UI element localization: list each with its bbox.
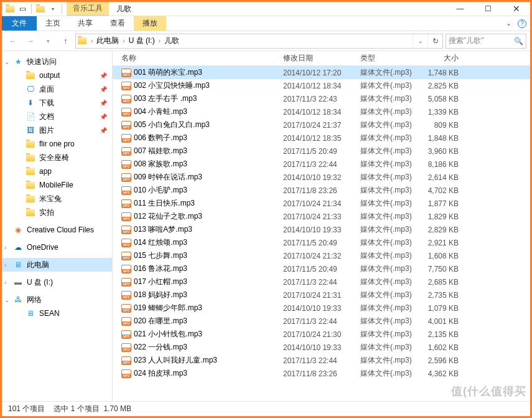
column-date[interactable]: 修改日期 [279,53,357,64]
address-dropdown-icon[interactable]: ⌄ [413,34,427,48]
file-row[interactable]: 020 在哪里.mp32017/11/3 22:44媒体文件(.mp3)4,00… [113,315,530,328]
file-row[interactable]: 005 小白兔白又白.mp32017/10/24 21:37媒体文件(.mp3)… [113,118,530,131]
file-row[interactable]: 001 萌萌的米宝.mp32014/10/12 17:20媒体文件(.mp3)1… [113,66,530,79]
qat-properties-icon[interactable]: ▭ [17,3,28,14]
nav-forward-button[interactable]: → [23,34,38,49]
file-row[interactable]: 015 七步舞.mp32017/10/24 21:32媒体文件(.mp3)1,6… [113,249,530,262]
sidebar-item[interactable]: output📌 [2,69,112,82]
close-button[interactable]: ✕ [502,2,530,16]
file-row[interactable]: 019 鲫鲫少年郎.mp32014/10/10 19:33媒体文件(.mp3)1… [113,302,530,315]
maximize-button[interactable]: ☐ [474,2,502,16]
nav-up-button[interactable]: ↑ [58,34,73,49]
column-size[interactable]: 大小 [416,53,465,64]
sidebar-thispc[interactable]: › 🖥 此电脑 [2,258,112,272]
file-row[interactable]: 017 小红帽.mp32017/11/3 22:44媒体文件(.mp3)2,68… [113,275,530,288]
file-row[interactable]: 011 生日快乐.mp32017/10/24 21:34媒体文件(.mp3)1,… [113,197,530,210]
file-row[interactable]: 013 哆啦A梦.mp32014/10/10 19:33媒体文件(.mp3)2,… [113,223,530,236]
pin-icon: 📌 [100,86,107,93]
file-type: 媒体文件(.mp3) [357,237,416,248]
nav-back-button[interactable]: ← [6,34,21,49]
refresh-button[interactable]: ↻ [427,34,442,48]
file-row[interactable]: 012 花仙子之歌.mp32017/10/24 21:33媒体文件(.mp3)1… [113,210,530,223]
minimize-button[interactable]: — [446,2,474,16]
file-date: 2017/11/3 22:44 [279,160,357,169]
sidebar-item[interactable]: 🖼图片📌 [2,123,112,137]
sidebar-item[interactable]: app [2,164,112,178]
breadcrumb-udisk[interactable]: U 盘 (I:) [128,34,156,48]
expand-icon[interactable]: › [4,262,6,268]
file-name: 015 七步舞.mp3 [134,250,187,261]
sidebar-item[interactable]: MobileFile [2,178,112,192]
file-date: 2017/11/5 20:49 [279,147,357,156]
sidebar-network[interactable]: ⌄ 🖧 网络 [2,293,112,306]
file-row[interactable]: 004 小青蛙.mp32014/10/12 18:34媒体文件(.mp3)1,3… [113,105,530,118]
file-row[interactable]: 024 拍皮球.mp32017/11/8 23:26媒体文件(.mp3)4,36… [113,367,530,380]
sidebar-item[interactable]: 安全座椅 [2,151,112,164]
chevron-right-icon[interactable]: › [88,37,95,44]
sidebar-item-label: 下载 [39,98,54,108]
file-row[interactable]: 002 小宝贝快快睡.mp32014/10/12 18:34媒体文件(.mp3)… [113,79,530,92]
ribbon-tab-share[interactable]: 共享 [69,16,101,31]
sidebar-item[interactable]: 实拍 [2,206,112,219]
pin-icon: 📌 [100,113,107,120]
file-date: 2014/10/10 19:33 [279,343,357,352]
expand-icon[interactable]: ⌄ [4,59,9,65]
file-name: 021 小小针线包.mp3 [134,329,202,340]
ribbon-tab-play[interactable]: 播放 [134,16,166,31]
file-date: 2017/10/24 21:34 [279,199,357,208]
file-row[interactable]: 016 鲁冰花.mp32017/11/5 20:49媒体文件(.mp3)7,75… [113,262,530,275]
file-row[interactable]: 007 福娃歌.mp32017/11/5 20:49媒体文件(.mp3)3,96… [113,145,530,158]
file-list[interactable]: 001 萌萌的米宝.mp32014/10/12 17:20媒体文件(.mp3)1… [113,66,530,401]
file-row[interactable]: 009 时钟在说话.mp32014/10/10 19:32媒体文件(.mp3)2… [113,171,530,184]
mp3-file-icon [121,252,131,260]
file-row[interactable]: 008 家族歌.mp32017/11/3 22:44媒体文件(.mp3)8,18… [113,158,530,171]
sidebar-item[interactable]: 米宝兔 [2,192,112,206]
qat-dropdown-icon[interactable]: ▾ [47,3,58,14]
sidebar-item[interactable]: flir one pro [2,137,112,151]
file-type: 媒体文件(.mp3) [357,120,416,130]
chevron-right-icon[interactable]: › [156,37,163,44]
sidebar-network-pc[interactable]: 🖥 SEAN [2,306,112,320]
address-box[interactable]: › 此电脑 › U 盘 (I:) › 儿歌 ⌄ ↻ [75,34,443,49]
chevron-right-icon[interactable]: › [120,37,127,44]
expand-icon[interactable]: ⌄ [4,297,9,303]
file-row[interactable]: 022 一分钱.mp32014/10/10 19:33媒体文件(.mp3)1,6… [113,341,530,354]
sidebar-onedrive[interactable]: › ☁ OneDrive [2,240,112,254]
breadcrumb-thispc[interactable]: 此电脑 [95,34,120,48]
sidebar-quick-access[interactable]: ⌄ ★ 快速访问 [2,55,112,69]
file-row[interactable]: 018 妈妈好.mp32017/10/24 21:31媒体文件(.mp3)2,7… [113,288,530,302]
nav-recent-dropdown[interactable]: ▾ [40,34,55,49]
ribbon-file-tab[interactable]: 文件 [2,16,37,31]
sidebar-item[interactable]: 🖵桌面📌 [2,82,112,96]
qat-new-folder-icon[interactable] [35,3,46,14]
file-row[interactable]: 003 左手右手 .mp32017/11/3 22:43媒体文件(.mp3)5,… [113,92,530,105]
sidebar-udisk[interactable]: › ▬ U 盘 (I:) [2,275,112,289]
folder-icon [26,180,35,190]
sidebar-item[interactable]: 📄文档📌 [2,110,112,123]
breadcrumb-current[interactable]: 儿歌 [163,34,180,48]
file-row[interactable]: 023 人人叫我好儿童.mp32017/11/3 22:44媒体文件(.mp3)… [113,354,530,367]
ribbon-expand-icon[interactable]: ⌄ [506,19,511,27]
pc-icon: 🖥 [13,260,23,270]
file-row[interactable]: 010 小毛驴.mp32017/11/8 23:26媒体文件(.mp3)4,70… [113,184,530,197]
file-row[interactable]: 006 数鸭子.mp32014/10/12 18:35媒体文件(.mp3)1,8… [113,131,530,145]
file-row[interactable]: 021 小小针线包.mp32017/10/24 21:30媒体文件(.mp3)2… [113,328,530,341]
expand-icon[interactable]: › [4,244,6,251]
column-type[interactable]: 类型 [357,53,416,64]
folder-icon [26,207,35,217]
help-icon[interactable]: ? [518,19,526,28]
sidebar-item[interactable]: ⬇下载📌 [2,96,112,110]
search-input[interactable]: 搜索"儿歌" 🔍 [446,34,526,49]
folder-icon [26,194,35,204]
search-icon[interactable]: 🔍 [514,37,523,45]
file-row[interactable]: 014 红烛颂.mp32017/11/5 20:49媒体文件(.mp3)2,92… [113,236,530,249]
ribbon-tab-home[interactable]: 主页 [37,16,69,31]
sidebar-ccf[interactable]: ◉ Creative Cloud Files [2,223,112,237]
file-size: 2,829 KB [416,226,465,234]
expand-icon[interactable]: › [4,279,6,286]
file-date: 2017/11/3 22:43 [279,95,357,103]
mp3-file-icon [121,278,131,287]
ribbon-tab-view[interactable]: 查看 [101,16,134,31]
column-name[interactable]: 名称 [118,53,279,64]
mp3-file-icon [121,330,131,339]
